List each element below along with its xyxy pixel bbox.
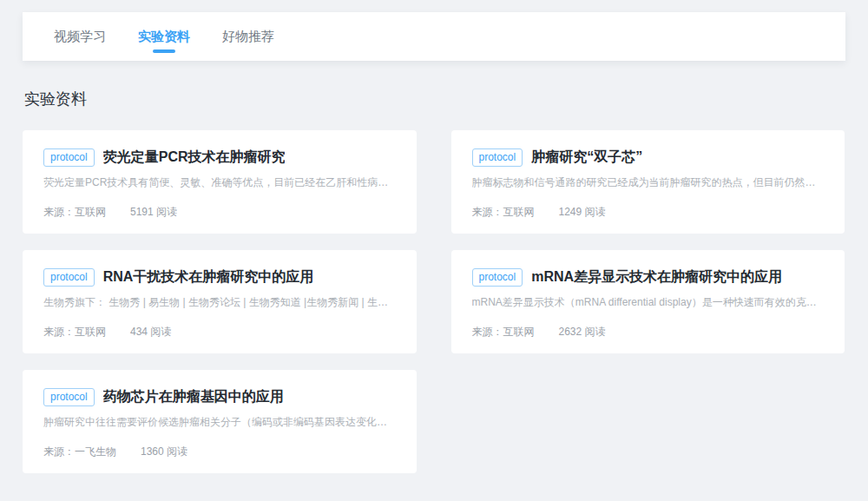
article-card[interactable]: protocol RNA干扰技术在肿瘤研究中的应用 生物秀旗下： 生物秀 | 易…: [23, 250, 417, 353]
article-meta: 来源：互联网 2632 阅读: [472, 325, 825, 339]
article-card-header: protocol 药物芯片在肿瘤基因中的应用: [43, 388, 396, 406]
article-source: 来源：互联网: [472, 325, 535, 339]
article-source: 来源：一飞生物: [43, 445, 116, 459]
page-title: 实验资料: [24, 89, 87, 109]
article-title[interactable]: 肿瘤研究“双子芯”: [531, 148, 642, 167]
article-source: 来源：互联网: [472, 205, 535, 220]
article-card[interactable]: protocol 药物芯片在肿瘤基因中的应用 肿瘤研究中往往需要评价候选肿瘤相关…: [23, 370, 417, 473]
article-title[interactable]: 药物芯片在肿瘤基因中的应用: [103, 388, 284, 406]
protocol-badge: protocol: [43, 388, 95, 406]
tab-video-learning[interactable]: 视频学习: [54, 12, 106, 61]
article-description: 肿瘤研究中往往需要评价候选肿瘤相关分子（编码或非编码基因表达变化或突变）的生物学…: [43, 415, 396, 430]
article-card[interactable]: protocol 荧光定量PCR技术在肿瘤研究 荧光定量PCR技术具有简便、灵敏…: [23, 130, 417, 234]
article-card-header: protocol 肿瘤研究“双子芯”: [472, 148, 825, 167]
article-card[interactable]: protocol mRNA差异显示技术在肿瘤研究中的应用 mRNA差异显示技术（…: [451, 250, 845, 353]
tab-bar: 视频学习 实验资料 好物推荐: [23, 12, 845, 61]
article-read-count: 434 阅读: [130, 325, 171, 339]
article-description: 生物秀旗下： 生物秀 | 易生物 | 生物秀论坛 | 生物秀知道 |生物秀新闻 …: [43, 295, 396, 310]
article-source: 来源：互联网: [43, 325, 106, 339]
article-title[interactable]: mRNA差异显示技术在肿瘤研究中的应用: [531, 268, 782, 287]
article-meta: 来源：互联网 434 阅读: [43, 325, 396, 339]
article-read-count: 5191 阅读: [130, 205, 177, 220]
article-meta: 来源：互联网 5191 阅读: [43, 205, 396, 220]
article-description: mRNA差异显示技术（mRNA differential display）是一种…: [472, 295, 825, 310]
tab-experiment-materials[interactable]: 实验资料: [138, 12, 190, 61]
article-meta: 来源：互联网 1249 阅读: [472, 205, 825, 220]
protocol-badge: protocol: [472, 268, 523, 287]
protocol-badge: protocol: [472, 148, 523, 167]
article-card-header: protocol RNA干扰技术在肿瘤研究中的应用: [43, 268, 396, 287]
article-read-count: 1360 阅读: [141, 445, 187, 459]
article-title[interactable]: 荧光定量PCR技术在肿瘤研究: [103, 148, 286, 167]
article-source: 来源：互联网: [43, 205, 106, 220]
article-card[interactable]: protocol 肿瘤研究“双子芯” 肿瘤标志物和信号通路的研究已经成为当前肿瘤…: [451, 130, 845, 234]
article-meta: 来源：一飞生物 1360 阅读: [43, 445, 396, 459]
article-read-count: 2632 阅读: [559, 325, 606, 339]
article-description: 荧光定量PCR技术具有简便、灵敏、准确等优点，目前已经在乙肝和性病的诊断和治疗中…: [43, 175, 396, 190]
article-card-header: protocol mRNA差异显示技术在肿瘤研究中的应用: [472, 268, 825, 287]
article-description: 肿瘤标志物和信号通路的研究已经成为当前肿瘤研究的热点，但目前仍然缺少高效的研究工…: [472, 175, 825, 190]
article-read-count: 1249 阅读: [559, 205, 606, 220]
article-title[interactable]: RNA干扰技术在肿瘤研究中的应用: [103, 268, 314, 287]
protocol-badge: protocol: [43, 268, 95, 287]
article-card-header: protocol 荧光定量PCR技术在肿瘤研究: [43, 148, 396, 167]
tab-nav: 视频学习 实验资料 好物推荐: [23, 12, 845, 61]
article-grid: protocol 荧光定量PCR技术在肿瘤研究 荧光定量PCR技术具有简便、灵敏…: [23, 130, 845, 473]
tab-recommended-goods[interactable]: 好物推荐: [222, 12, 274, 61]
protocol-badge: protocol: [43, 148, 95, 167]
